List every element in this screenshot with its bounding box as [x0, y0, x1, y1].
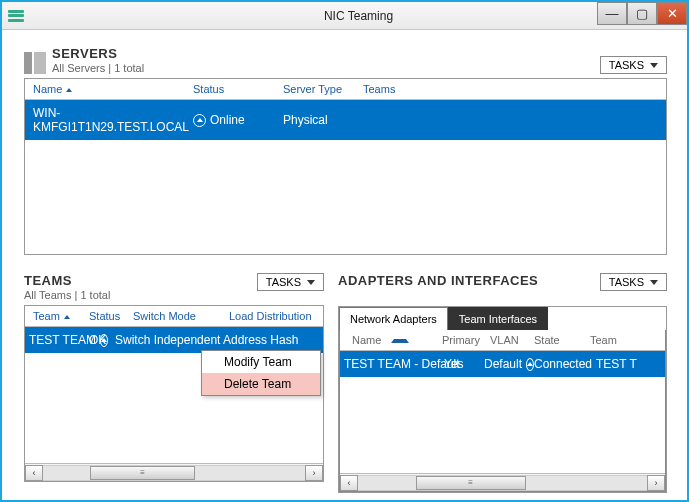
col-name[interactable]: Name [340, 334, 436, 346]
app-icon [8, 10, 24, 22]
col-name[interactable]: Name [25, 83, 185, 95]
tasks-label: TASKS [609, 59, 644, 71]
col-state[interactable]: State [528, 334, 584, 346]
close-button[interactable]: ✕ [657, 2, 687, 25]
col-status[interactable]: Status [81, 310, 125, 322]
col-switch[interactable]: Switch Mode [125, 310, 221, 322]
menu-delete-team[interactable]: Delete Team [202, 373, 320, 395]
teams-subtitle: All Teams | 1 total [24, 289, 257, 301]
scroll-left-button[interactable]: ‹ [25, 465, 43, 481]
servers-subtitle: All Servers | 1 total [52, 62, 144, 74]
col-load[interactable]: Load Distribution [221, 310, 320, 322]
team-context-menu: Modify Team Delete Team [201, 350, 321, 396]
adapter-name: TEST TEAM - Default [344, 357, 444, 371]
adapters-hscroll[interactable]: ‹ ≡ › [340, 473, 665, 491]
col-vlan[interactable]: VLAN [484, 334, 528, 346]
scroll-thumb[interactable]: ≡ [90, 466, 195, 480]
menu-modify-team[interactable]: Modify Team [202, 351, 320, 373]
status-up-icon [526, 358, 534, 371]
adapters-title: ADAPTERS AND INTERFACES [338, 273, 600, 288]
scroll-left-button[interactable]: ‹ [340, 475, 358, 491]
window-controls: — ▢ ✕ [597, 2, 687, 25]
servers-pane: Name Status Server Type Teams WIN-KMFGI1… [24, 78, 667, 255]
server-name: WIN-KMFGI1T1N29.TEST.LOCAL [33, 106, 193, 134]
servers-columns: Name Status Server Type Teams [25, 79, 666, 100]
scroll-right-button[interactable]: › [647, 475, 665, 491]
servers-title: SERVERS [52, 46, 144, 61]
adapter-vlan: Default [484, 357, 534, 371]
adapters-pane: Network Adapters Team Interfaces Name Pr… [338, 306, 667, 493]
server-status: Online [193, 113, 283, 127]
server-row[interactable]: WIN-KMFGI1T1N29.TEST.LOCAL Online Physic… [25, 100, 666, 140]
col-team[interactable]: Team [25, 310, 81, 322]
team-name: TEST TEAM [29, 333, 89, 347]
servers-tasks-button[interactable]: TASKS [600, 56, 667, 74]
adapter-primary: Yes [444, 357, 484, 371]
adapter-row[interactable]: TEST TEAM - Default Yes Default Connecte… [340, 351, 665, 377]
adapter-state: Connected [534, 357, 596, 371]
teams-title: TEAMS [24, 273, 257, 288]
col-type[interactable]: Server Type [275, 83, 355, 95]
maximize-button[interactable]: ▢ [627, 2, 657, 25]
adapter-team: TEST T [596, 357, 645, 371]
scroll-thumb[interactable]: ≡ [416, 476, 526, 490]
sort-asc-icon [64, 315, 70, 319]
scroll-right-button[interactable]: › [305, 465, 323, 481]
sort-asc-icon [391, 339, 409, 343]
col-teams[interactable]: Teams [355, 83, 403, 95]
team-status: OK [89, 333, 115, 347]
teams-tasks-button[interactable]: TASKS [257, 273, 324, 291]
window-title: NIC Teaming [30, 9, 687, 23]
servers-header: SERVERS All Servers | 1 total TASKS [24, 46, 667, 74]
team-switch: Switch Independent [115, 333, 223, 347]
server-type: Physical [283, 113, 363, 127]
titlebar: NIC Teaming — ▢ ✕ [2, 2, 687, 30]
col-primary[interactable]: Primary [436, 334, 484, 346]
sort-asc-icon [66, 88, 72, 92]
col-status[interactable]: Status [185, 83, 275, 95]
tab-team-interfaces[interactable]: Team Interfaces [448, 307, 548, 330]
team-load: Address Hash [223, 333, 306, 347]
adapters-columns: Name Primary VLAN State Team [340, 330, 665, 351]
status-up-icon [193, 114, 206, 127]
col-team[interactable]: Team [584, 334, 623, 346]
adapters-tasks-button[interactable]: TASKS [600, 273, 667, 291]
teams-columns: Team Status Switch Mode Load Distributio… [25, 306, 323, 327]
teams-hscroll[interactable]: ‹ ≡ › [25, 463, 323, 481]
chevron-down-icon [650, 63, 658, 68]
chevron-down-icon [307, 280, 315, 285]
servers-icon [24, 52, 46, 74]
chevron-down-icon [650, 280, 658, 285]
teams-pane: Team Status Switch Mode Load Distributio… [24, 305, 324, 482]
tab-network-adapters[interactable]: Network Adapters [339, 307, 448, 330]
minimize-button[interactable]: — [597, 2, 627, 25]
